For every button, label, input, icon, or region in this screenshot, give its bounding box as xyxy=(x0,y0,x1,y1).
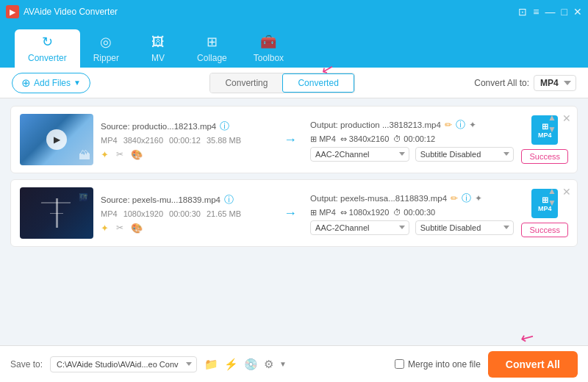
file-actions-1: ✦ ✂ 🎨 xyxy=(101,149,270,160)
chat-icon[interactable]: ⊡ xyxy=(518,6,527,18)
file-meta-2: MP4 1080x1920 00:00:30 21.65 MB xyxy=(101,209,270,218)
output-meta-1: ⊞ MP4 ⇔ 3840x2160 ⏱ 00:00:12 xyxy=(310,134,514,144)
source-info-icon-1[interactable]: ⓘ xyxy=(220,120,229,133)
menu-icon[interactable]: ≡ xyxy=(533,6,539,18)
close-card-1-icon[interactable]: ✕ xyxy=(562,112,571,124)
reorder-card-1[interactable]: ▲ ▼ xyxy=(548,112,556,134)
convert-all-button[interactable]: Convert All xyxy=(488,351,578,378)
source-resolution-1: 3840x2160 xyxy=(123,136,163,145)
folder-icon[interactable]: 📁 xyxy=(204,358,218,371)
source-duration-2: 00:00:30 xyxy=(169,209,201,218)
up-icon[interactable]: ▲ xyxy=(548,112,556,123)
ripper-icon: ◎ xyxy=(100,34,112,50)
effects-icon-2[interactable]: ✦ xyxy=(101,223,109,234)
flash-icon[interactable]: ⚡ xyxy=(224,358,238,371)
nav-tab-toolbox[interactable]: 🧰 Toolbox xyxy=(240,29,297,68)
output-edit-icon-2[interactable]: ✏ xyxy=(451,193,458,203)
cut-icon-1[interactable]: ✂ xyxy=(116,149,123,159)
add-icon: ⊕ xyxy=(21,76,31,90)
palette-icon-1[interactable]: 🎨 xyxy=(131,149,143,160)
file-card-1: ✕ ▲ ▼ ▶ 🏔 Source: productio...18213.mp4 … xyxy=(10,106,578,173)
source-size-2: 21.65 MB xyxy=(207,209,241,218)
file-actions-2: ✦ ✂ 🎨 xyxy=(101,223,270,234)
status-badge-1: Success xyxy=(521,149,568,164)
bridge-icon-1: 🏔 xyxy=(79,149,90,162)
nav-tab-ripper[interactable]: ◎ Ripper xyxy=(80,29,132,68)
output-format-1: ⊞ MP4 xyxy=(310,134,336,144)
minimize-icon[interactable]: — xyxy=(545,6,556,18)
file-card-2: ✕ ▲ ▼ 🌃 Source: pexels-mu...18839.mp4 ⓘ … xyxy=(10,179,578,247)
down-icon-2[interactable]: ▼ xyxy=(548,198,556,208)
merge-checkbox[interactable] xyxy=(395,359,404,369)
nav-tab-collage[interactable]: ⊞ Collage xyxy=(184,29,240,68)
sub-tab-converting[interactable]: Converting xyxy=(210,73,282,93)
status-badge-2: Success xyxy=(521,223,568,237)
up-icon-2[interactable]: ▲ xyxy=(548,186,556,196)
effects-icon-1[interactable]: ✦ xyxy=(101,149,109,160)
bottom-icons: 📁 ⚡ 💿 ⚙ ▼ xyxy=(204,358,287,371)
card-right-1: ⊞ MP4 Success xyxy=(521,115,568,164)
down-icon[interactable]: ▼ xyxy=(548,124,556,134)
output-label-2: Output: pexels-musa...8118839.mp4 xyxy=(310,194,447,203)
mv-icon: 🖼 xyxy=(151,35,165,50)
toolbar: ⊕ Add Files ▼ Converting Converted ↙ Con… xyxy=(0,68,588,98)
merge-checkbox-group: Merge into one file xyxy=(395,359,481,370)
thumbnail-2: 🌃 xyxy=(20,187,93,239)
title-bar: ▶ AVAide Video Converter ⊡ ≡ — □ ✕ xyxy=(0,0,588,24)
palette-icon-2[interactable]: 🎨 xyxy=(131,223,143,234)
audio-select-2[interactable]: AAC-2Channel MP3 xyxy=(310,220,409,235)
add-files-label: Add Files xyxy=(34,78,71,88)
output-add-icon-1[interactable]: ✦ xyxy=(469,120,476,130)
output-info-2: Output: pexels-musa...8118839.mp4 ✏ ⓘ ✦ … xyxy=(310,192,514,235)
output-res-2: ⇔ 1080x1920 xyxy=(340,208,390,217)
reorder-card-2[interactable]: ▲ ▼ xyxy=(548,186,556,208)
subtitle-select-2[interactable]: Subtitle Disabled Subtitle Enabled xyxy=(415,220,514,235)
convert-all-to-label: Convert All to: xyxy=(474,78,529,88)
app-icon: ▶ xyxy=(6,5,19,18)
output-res-1: ⇔ 3840x2160 xyxy=(340,134,390,144)
thumbnail-1: ▶ 🏔 xyxy=(20,114,93,165)
output-format-2: ⊞ MP4 xyxy=(310,208,336,217)
output-info-icon-2[interactable]: ⓘ xyxy=(462,192,471,205)
app-title: AVAide Video Converter xyxy=(24,7,118,17)
subtitle-select-1[interactable]: Subtitle Disabled Subtitle Enabled xyxy=(415,147,514,162)
source-info-icon-2[interactable]: ⓘ xyxy=(224,193,234,206)
close-card-2-icon[interactable]: ✕ xyxy=(562,186,571,198)
merge-label: Merge into one file xyxy=(408,359,481,370)
source-label-2: Source: pexels-mu...18839.mp4 xyxy=(101,195,220,204)
nav-bar: ↻ Converter ◎ Ripper 🖼 MV ⊞ Collage 🧰 To… xyxy=(0,24,588,68)
sub-tab-group: Converting Converted xyxy=(209,73,354,93)
nav-tab-converter[interactable]: ↻ Converter xyxy=(15,29,80,68)
output-add-icon-2[interactable]: ✦ xyxy=(475,193,482,203)
nav-tab-toolbox-label: Toolbox xyxy=(254,53,284,63)
source-format-2: MP4 xyxy=(101,209,118,218)
arrow-1: → xyxy=(278,132,303,148)
nav-tab-mv[interactable]: 🖼 MV xyxy=(132,30,184,68)
output-info-icon-1[interactable]: ⓘ xyxy=(456,118,465,131)
close-icon[interactable]: ✕ xyxy=(573,6,582,18)
add-files-button[interactable]: ⊕ Add Files ▼ xyxy=(12,73,90,93)
nav-tab-ripper-label: Ripper xyxy=(93,53,119,63)
output-dur-1: ⏱ 00:00:12 xyxy=(393,134,435,143)
maximize-icon[interactable]: □ xyxy=(562,6,567,18)
cut-icon-2[interactable]: ✂ xyxy=(116,223,123,233)
format-select[interactable]: MP4 MKV AVI MOV xyxy=(534,75,576,91)
add-files-dropdown-icon: ▼ xyxy=(74,79,81,87)
audio-select-1[interactable]: AAC-2Channel MP3 xyxy=(310,147,409,162)
settings-icon[interactable]: ⚙ xyxy=(264,358,273,371)
source-resolution-2: 1080x1920 xyxy=(123,209,163,218)
nav-tab-mv-label: MV xyxy=(151,53,165,63)
output-meta-2: ⊞ MP4 ⇔ 1080x1920 ⏱ 00:00:30 xyxy=(310,208,514,217)
settings-dropdown-icon[interactable]: ▼ xyxy=(279,360,287,368)
disc-icon[interactable]: 💿 xyxy=(244,358,258,371)
bottom-bar: Save to: C:\AVAide Studio\AVAid...eo Con… xyxy=(0,345,588,382)
source-label-1: Source: productio...18213.mp4 xyxy=(101,122,216,131)
output-edit-icon-1[interactable]: ✏ xyxy=(445,120,452,130)
play-icon-1: ▶ xyxy=(46,129,67,150)
file-info-2: Source: pexels-mu...18839.mp4 ⓘ MP4 1080… xyxy=(101,193,270,234)
convert-all-to-group: Convert All to: MP4 MKV AVI MOV xyxy=(474,75,576,91)
nav-tab-collage-label: Collage xyxy=(197,53,227,63)
sub-tab-converted[interactable]: Converted xyxy=(282,73,354,93)
converter-icon: ↻ xyxy=(42,34,53,50)
save-path-select[interactable]: C:\AVAide Studio\AVAid...eo Converter\Co… xyxy=(50,356,197,372)
